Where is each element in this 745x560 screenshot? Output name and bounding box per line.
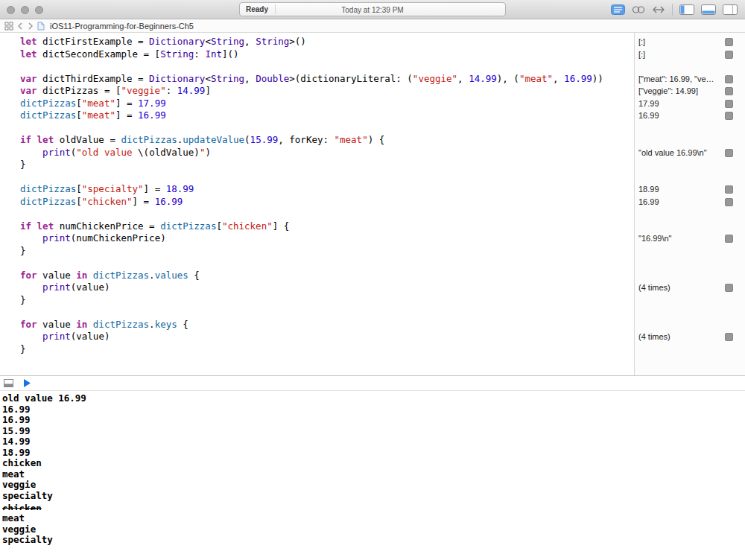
code-line[interactable]: dictPizzas["meat"] = 16.99: [20, 109, 634, 122]
code-token: 17.99: [138, 98, 166, 109]
code-line[interactable]: let dictFirstExample = Dictionary<String…: [20, 36, 634, 48]
code-token: (value): [71, 281, 110, 293]
back-button[interactable]: [18, 22, 23, 30]
code-line[interactable]: print("old value \(oldValue)"): [20, 147, 634, 159]
code-token: \(oldValue): [138, 147, 200, 158]
code-line[interactable]: if let oldValue = dictPizzas.updateValue…: [20, 134, 634, 147]
assistant-editor-button[interactable]: [632, 4, 645, 15]
console-line: specialty: [2, 491, 745, 502]
code-token: "veggie": [413, 73, 457, 84]
code-token: dictPizzas: [160, 220, 216, 232]
code-line[interactable]: for value in dictPizzas.keys {: [20, 319, 634, 331]
show-result-button[interactable]: [725, 112, 733, 120]
show-result-button[interactable]: [725, 75, 733, 83]
result-value: "old value 16.99\n": [638, 148, 723, 157]
show-result-button[interactable]: [725, 87, 733, 95]
code-line[interactable]: [20, 257, 634, 270]
code-token: let: [37, 134, 60, 145]
code-token: ) {: [368, 134, 385, 145]
show-result-button[interactable]: [725, 185, 733, 194]
console-panel-icon: [4, 379, 13, 387]
forward-button[interactable]: [28, 22, 33, 30]
editor-area: let dictFirstExample = Dictionary<String…: [0, 33, 745, 375]
code-line[interactable]: }: [20, 343, 634, 356]
console-output[interactable]: old value 16.9916.9916.9915.9914.9918.99…: [0, 391, 745, 560]
code-line[interactable]: [20, 60, 634, 73]
code-token: :: [194, 48, 205, 60]
play-icon: [24, 379, 31, 387]
chevron-left-icon: [18, 22, 23, 30]
minimize-button[interactable]: [21, 6, 29, 14]
show-result-button[interactable]: [725, 198, 733, 206]
code-token: ] {: [273, 220, 290, 232]
code-line[interactable]: }: [20, 245, 634, 258]
code-line[interactable]: [20, 171, 634, 184]
code-token: [: [76, 183, 82, 194]
code-line[interactable]: var dictPizzas = ["veggie": 14.99]: [20, 85, 634, 98]
code-line[interactable]: }: [20, 294, 634, 307]
result-value: [:]: [638, 37, 723, 46]
show-result-button[interactable]: [725, 51, 733, 59]
code-token: 16.99: [564, 73, 592, 84]
code-line[interactable]: dictPizzas["meat"] = 17.99: [20, 98, 634, 110]
console-line: 18.99: [2, 448, 745, 459]
code-token: "meat": [82, 98, 115, 109]
document-icon: [37, 22, 45, 31]
code-token: 16.99: [155, 196, 183, 207]
code-line[interactable]: dictPizzas["specialty"] = 18.99: [20, 183, 634, 196]
code-token: dictPizzas: [121, 134, 177, 145]
code-token: >(): [289, 36, 306, 47]
code-line[interactable]: if let numChickenPrice = dictPizzas["chi…: [20, 220, 634, 233]
show-result-button[interactable]: [725, 333, 733, 341]
toggle-navigator-button[interactable]: [679, 4, 694, 15]
code-line[interactable]: print(value): [20, 331, 634, 343]
code-line[interactable]: var dictThirdExample = Dictionary<String…: [20, 73, 634, 86]
related-items-button[interactable]: [4, 22, 13, 31]
toggle-inspector-button[interactable]: [723, 4, 738, 15]
zoom-button[interactable]: [35, 6, 43, 14]
code-line[interactable]: print(value): [20, 281, 634, 294]
version-editor-icon: [652, 4, 665, 15]
version-editor-button[interactable]: [652, 4, 665, 15]
code-line[interactable]: [20, 122, 634, 135]
code-line[interactable]: let dictSecondExample = [String: Int](): [20, 48, 634, 61]
code-token: }: [20, 343, 26, 354]
standard-editor-button[interactable]: [611, 4, 625, 15]
code-token: ,: [553, 73, 564, 84]
code-token: dictPizzas: [93, 319, 149, 330]
result-value: "16.99\n": [638, 234, 723, 243]
run-playground-button[interactable]: [24, 379, 31, 387]
activity-viewer: Ready Today at 12:39 PM: [239, 2, 506, 16]
result-value: 17.99: [638, 99, 723, 108]
code-token: ](): [222, 48, 239, 60]
code-token: dictThirdExample =: [42, 73, 149, 84]
code-token: value: [42, 319, 76, 330]
code-line[interactable]: [20, 306, 634, 319]
toggle-debug-area-button[interactable]: [701, 4, 716, 15]
result-item: "16.99\n": [635, 232, 745, 245]
code-line[interactable]: print(numChickenPrice): [20, 232, 634, 245]
code-token: [: [216, 220, 222, 232]
code-line[interactable]: [20, 208, 634, 220]
show-result-button[interactable]: [725, 100, 733, 108]
show-result-button[interactable]: [725, 284, 733, 292]
show-result-button[interactable]: [725, 38, 733, 46]
code-token: updateValue: [183, 134, 244, 145]
code-line[interactable]: dictPizzas["chicken"] = 16.99: [20, 196, 634, 209]
code-token: ] =: [133, 196, 155, 207]
show-result-button[interactable]: [725, 149, 733, 157]
code-token: "meat": [519, 73, 553, 84]
close-button[interactable]: [7, 6, 15, 14]
result-item: [:]: [635, 48, 745, 61]
code-token: "old value: [76, 147, 138, 158]
toggle-console-button[interactable]: [4, 379, 13, 387]
code-line[interactable]: }: [20, 159, 634, 171]
code-pane[interactable]: let dictFirstExample = Dictionary<String…: [0, 33, 634, 375]
code-line[interactable]: for value in dictPizzas.values {: [20, 270, 634, 282]
code-token: String: [160, 48, 194, 60]
code-token: "meat": [82, 109, 115, 121]
breadcrumb-filename[interactable]: iOS11-Programming-for-Beginners-Ch5: [50, 22, 194, 31]
result-value: (4 times): [638, 332, 723, 341]
show-result-button[interactable]: [725, 235, 733, 243]
code-token: }: [20, 159, 26, 170]
